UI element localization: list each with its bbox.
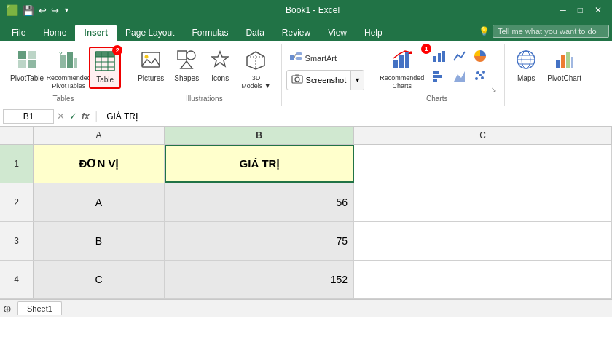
charts-row-2	[430, 66, 490, 85]
smartart-label: SmartArt	[305, 54, 337, 63]
group-tours: Maps PivotChart	[505, 44, 592, 106]
svg-marker-44	[454, 71, 465, 82]
cell-c1[interactable]	[354, 145, 612, 183]
redo-icon[interactable]: ↪	[51, 5, 59, 16]
cell-a1[interactable]: ĐƠN VỊ	[34, 145, 165, 183]
group-illustrations: Pictures Shapes Icons	[128, 44, 281, 106]
recommended-pivot-button[interactable]: ? RecommendedPivotTables	[50, 47, 87, 93]
svg-line-30	[294, 58, 296, 58]
save-icon[interactable]: 💾	[23, 5, 34, 16]
icons-button[interactable]: Icons	[205, 47, 235, 86]
sheet-tab-1[interactable]: Sheet1	[17, 301, 62, 315]
tab-help[interactable]: Help	[356, 25, 391, 41]
charts-expand-icon[interactable]: ↘	[491, 86, 498, 93]
new-sheet-icon[interactable]: ⊕	[3, 303, 12, 314]
area-chart-icon	[452, 68, 467, 83]
cell-a4[interactable]: C	[34, 261, 165, 298]
formula-bar: ✕ ✓ fx │	[0, 106, 612, 127]
close-icon[interactable]: ✕	[590, 5, 606, 15]
cancel-formula-icon[interactable]: ✕	[57, 111, 65, 122]
formula-input[interactable]	[103, 111, 609, 122]
svg-rect-17	[142, 52, 160, 67]
bar-chart-button[interactable]	[430, 66, 449, 85]
table-label: Table	[96, 76, 114, 84]
area-chart-button[interactable]	[450, 66, 469, 85]
maximize-icon[interactable]: □	[573, 5, 587, 15]
pictures-button[interactable]: Pictures	[133, 47, 168, 86]
3d-models-button[interactable]: 3DModels ▼	[237, 47, 275, 93]
cell-a3[interactable]: B	[34, 222, 165, 260]
undo-icon[interactable]: ↩	[39, 5, 47, 16]
recommended-charts-label: RecommendedCharts	[380, 74, 424, 90]
name-box[interactable]	[3, 109, 54, 124]
ribbon-content: PivotTable ? RecommendedPivotTables	[0, 41, 612, 106]
svg-rect-56	[561, 55, 565, 68]
row-header-3[interactable]: 3	[0, 222, 34, 260]
smartart-button[interactable]: SmartArt	[286, 50, 365, 67]
svg-point-47	[482, 71, 485, 74]
tab-formulas[interactable]: Formulas	[183, 25, 237, 41]
addins-buttons: SmartArt Screenshot ▼	[286, 50, 365, 90]
charts-buttons: RecommendedCharts 1	[374, 44, 500, 93]
svg-rect-4	[60, 55, 66, 68]
column-chart-button[interactable]	[430, 47, 449, 66]
screenshot-button[interactable]: Screenshot ▼	[286, 70, 365, 90]
col-header-c[interactable]: C	[354, 127, 612, 144]
smartart-icon	[289, 51, 302, 66]
row-header-2[interactable]: 2	[0, 183, 34, 221]
pivot-chart-button[interactable]: PivotChart	[543, 47, 586, 86]
tab-review[interactable]: Review	[273, 25, 319, 41]
search-input[interactable]	[493, 25, 609, 38]
screenshot-dropdown-icon[interactable]: ▼	[350, 71, 364, 90]
tab-view[interactable]: View	[319, 25, 356, 41]
tab-insert[interactable]: Insert	[75, 25, 117, 41]
scatter-chart-button[interactable]	[471, 66, 490, 85]
cell-b1[interactable]: GIÁ TRỊ	[165, 145, 354, 183]
svg-rect-6	[74, 58, 77, 68]
tables-buttons: PivotTable ? RecommendedPivotTables	[4, 44, 122, 93]
shapes-label: Shapes	[174, 74, 199, 83]
svg-point-49	[481, 76, 484, 79]
svg-rect-19	[178, 51, 187, 60]
cell-c4[interactable]	[354, 261, 612, 298]
svg-marker-22	[212, 52, 228, 66]
row-header-4[interactable]: 4	[0, 261, 34, 298]
tab-page-layout[interactable]: Page Layout	[117, 25, 183, 41]
cell-c2[interactable]	[354, 183, 612, 221]
pie-chart-button[interactable]	[471, 47, 490, 66]
cell-c3[interactable]	[354, 222, 612, 260]
confirm-formula-icon[interactable]: ✓	[69, 111, 77, 122]
svg-rect-3	[28, 60, 36, 68]
svg-rect-57	[566, 52, 570, 68]
table-button[interactable]: Table 2	[89, 47, 121, 89]
minimize-icon[interactable]: ─	[555, 5, 570, 15]
tab-home[interactable]: Home	[34, 25, 75, 41]
shapes-button[interactable]: Shapes	[170, 47, 203, 86]
svg-marker-21	[181, 61, 192, 68]
line-chart-button[interactable]	[450, 47, 469, 66]
cell-b3[interactable]: 75	[165, 222, 354, 260]
quick-access-dropdown-icon[interactable]: ▼	[63, 7, 70, 14]
screenshot-btn-main[interactable]: Screenshot	[287, 71, 351, 90]
tables-group-label: Tables	[53, 93, 74, 106]
tab-file[interactable]: File	[3, 25, 34, 41]
cell-b2[interactable]: 56	[165, 183, 354, 221]
recommended-charts-button[interactable]: RecommendedCharts 1	[375, 47, 428, 93]
group-addins: SmartArt Screenshot ▼	[282, 44, 370, 106]
charts-row-1	[430, 47, 490, 66]
cell-a2[interactable]: A	[34, 183, 165, 221]
cell-b4[interactable]: 152	[165, 261, 354, 298]
window-controls: ─ □ ✕	[555, 5, 606, 15]
svg-rect-40	[442, 51, 445, 62]
title-bar: 🟩 💾 ↩ ↪ ▼ Book1 - Excel ─ □ ✕	[0, 0, 612, 20]
tab-data[interactable]: Data	[237, 25, 272, 41]
excel-icon: 🟩	[6, 4, 18, 16]
row-header-1[interactable]: 1	[0, 145, 34, 183]
col-header-a[interactable]: A	[34, 127, 165, 144]
table-row: 3 B 75	[0, 222, 612, 261]
col-header-b[interactable]: B	[165, 127, 354, 144]
insert-function-icon[interactable]: fx	[82, 111, 90, 122]
pivot-table-button[interactable]: PivotTable	[6, 47, 48, 86]
maps-button[interactable]: Maps	[511, 47, 541, 86]
shapes-icon	[176, 50, 197, 73]
